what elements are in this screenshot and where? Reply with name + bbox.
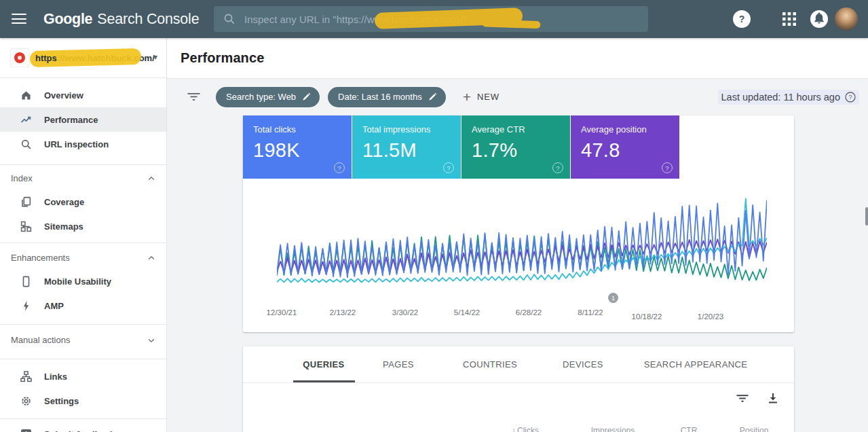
x-axis-tick: 8/11/22 xyxy=(578,308,603,317)
sidebar-item-sitemaps[interactable]: Sitemaps xyxy=(0,214,166,238)
chip-date-range[interactable]: Date: Last 16 months xyxy=(328,87,446,107)
pages-icon xyxy=(20,196,32,208)
help-outline-icon[interactable]: ? xyxy=(845,92,856,103)
help-icon[interactable]: ? xyxy=(733,10,751,28)
help-outline-icon[interactable]: ? xyxy=(662,162,673,173)
lightning-bolt-icon xyxy=(20,300,32,312)
tab-countries[interactable]: COUNTRIES xyxy=(463,346,517,382)
yellow-highlighter-redaction xyxy=(375,7,523,29)
tab-devices[interactable]: DEVICES xyxy=(563,346,603,382)
section-header-manual-actions[interactable]: Manual actions xyxy=(0,329,166,351)
last-updated-status: Last updated: 11 hours ago ? xyxy=(718,90,859,105)
chevron-down-icon: ▾ xyxy=(153,52,157,62)
links-tree-icon xyxy=(20,371,32,382)
column-header-clicks[interactable]: Clicks xyxy=(517,426,539,432)
logo-brand: Google xyxy=(43,11,92,28)
chevron-up-icon xyxy=(147,254,155,262)
sidebar-item-amp[interactable]: AMP xyxy=(0,293,166,318)
property-selector[interactable]: https://www.hatchbuck.com/ ▾ xyxy=(0,38,166,78)
x-axis-tick: 5/14/22 xyxy=(454,308,480,317)
svg-text:?: ? xyxy=(739,14,745,24)
phone-icon xyxy=(20,276,32,287)
section-header-enhancements[interactable]: Enhancements xyxy=(0,247,166,269)
metric-cards: Total clicks 198K ? Total impressions 11… xyxy=(243,115,794,179)
sort-arrow-icon: ↓ xyxy=(512,426,516,432)
x-axis-tick: 10/18/22 xyxy=(632,312,662,321)
column-header-ctr[interactable]: CTR xyxy=(681,426,698,432)
sidebar-item-settings[interactable]: Settings xyxy=(0,389,166,413)
annotation-marker[interactable]: 1 xyxy=(608,293,618,303)
metric-card-average-ctr[interactable]: Average CTR 1.7% ? xyxy=(461,115,570,179)
notifications-bell-icon[interactable] xyxy=(810,10,828,28)
chevron-up-icon xyxy=(147,175,155,183)
performance-line-chart[interactable] xyxy=(277,187,767,292)
sidebar-item-submit-feedback[interactable]: Submit feedback xyxy=(0,422,166,432)
x-axis-tick: 2/13/22 xyxy=(330,308,356,317)
help-outline-icon[interactable]: ? xyxy=(334,162,345,173)
pencil-icon xyxy=(428,92,437,101)
page-header: Performance xyxy=(166,38,868,79)
download-icon[interactable] xyxy=(767,393,779,404)
search-icon xyxy=(223,13,235,25)
sidebar-item-mobile-usability[interactable]: Mobile Usability xyxy=(0,269,166,293)
tab-pages[interactable]: PAGES xyxy=(383,346,414,382)
help-outline-icon[interactable]: ? xyxy=(552,162,563,173)
column-header-position[interactable]: Position xyxy=(740,426,769,432)
logo-product: Search Console xyxy=(97,11,199,28)
app-logo: Google Search Console xyxy=(43,0,199,38)
metric-card-total-clicks[interactable]: Total clicks 198K ? xyxy=(243,115,352,179)
menu-icon[interactable] xyxy=(12,14,26,24)
tab-search-appearance[interactable]: SEARCH APPEARANCE xyxy=(644,346,748,382)
new-filter-button[interactable]: + NEW xyxy=(463,90,499,104)
svg-text:?: ? xyxy=(848,94,852,101)
url-inspect-searchbox[interactable] xyxy=(214,6,648,32)
account-avatar[interactable] xyxy=(835,7,858,31)
sidebar-item-overview[interactable]: Overview xyxy=(0,83,166,107)
tab-queries[interactable]: QUERIES xyxy=(303,346,344,382)
sidebar-item-url-inspection[interactable]: URL inspection xyxy=(0,132,166,156)
scrollbar-thumb[interactable] xyxy=(865,207,868,226)
sidebar-item-links[interactable]: Links xyxy=(0,364,166,389)
filter-toolbar: Search type: Web Date: Last 16 months + … xyxy=(166,78,868,115)
active-tab-underline xyxy=(293,380,355,382)
trending-chart-icon xyxy=(20,114,32,126)
section-header-index[interactable]: Index xyxy=(0,167,166,190)
performance-chart-panel: Total clicks 198K ? Total impressions 11… xyxy=(243,115,794,332)
x-axis-tick: 1/20/23 xyxy=(698,312,723,321)
dimensions-table-panel: QUERIES PAGES COUNTRIES DEVICES SEARCH A… xyxy=(243,346,794,432)
property-favicon xyxy=(10,48,29,67)
gear-icon xyxy=(20,395,32,407)
table-filter-icon[interactable] xyxy=(736,394,749,403)
apps-grid-icon[interactable] xyxy=(782,12,797,26)
column-header-impressions[interactable]: Impressions xyxy=(591,426,635,432)
x-axis-tick: 6/28/22 xyxy=(516,308,542,317)
sitemap-tree-icon xyxy=(20,221,32,232)
sidebar-item-coverage[interactable]: Coverage xyxy=(0,190,166,214)
x-axis-tick: 3/30/22 xyxy=(392,308,418,317)
filter-icon[interactable] xyxy=(187,92,200,101)
page-title: Performance xyxy=(181,50,264,66)
home-icon xyxy=(20,90,32,101)
x-axis-tick: 12/30/21 xyxy=(267,308,297,317)
help-outline-icon[interactable]: ? xyxy=(443,162,454,173)
metric-card-total-impressions[interactable]: Total impressions 11.5M ? xyxy=(352,115,461,179)
sidebar-item-performance[interactable]: Performance xyxy=(0,107,166,132)
pencil-icon xyxy=(302,92,311,101)
plus-icon: + xyxy=(463,90,471,104)
dimension-tabs: QUERIES PAGES COUNTRIES DEVICES SEARCH A… xyxy=(243,346,794,383)
metric-card-average-position[interactable]: Average position 47.8 ? xyxy=(571,115,679,179)
magnifier-icon xyxy=(20,139,32,150)
chevron-down-icon xyxy=(147,336,155,344)
chip-search-type[interactable]: Search type: Web xyxy=(216,87,320,107)
top-app-bar: Google Search Console ? xyxy=(0,0,868,38)
sidebar: https://www.hatchbuck.com/ ▾ Overview Pe… xyxy=(0,38,167,432)
feedback-icon xyxy=(20,429,32,432)
